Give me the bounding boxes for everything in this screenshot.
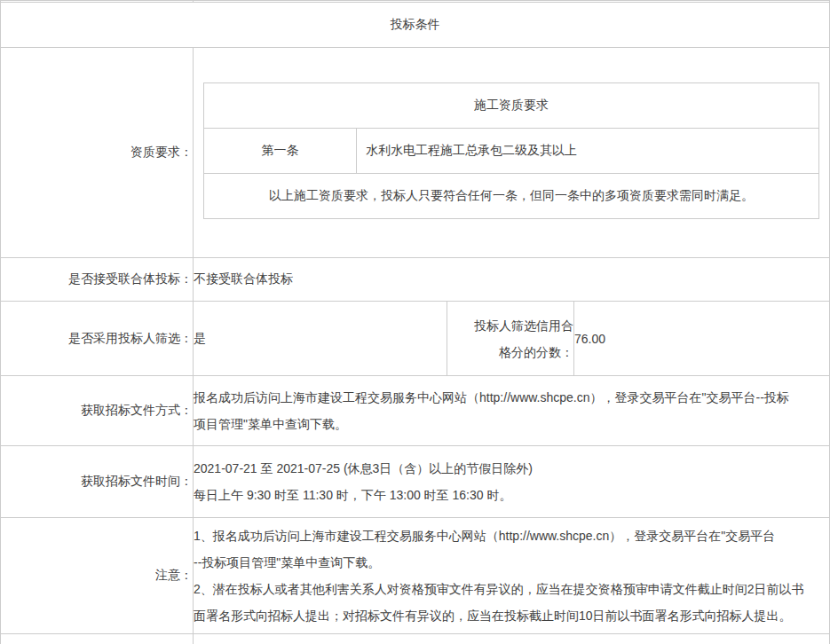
doc-time-line: 2021-07-21 至 2021-07-25 (休息3日（含）以上的节假日除外… [194,455,829,482]
consortium-label: 是否接受联合体投标： [1,258,194,302]
notice-line: --投标项目管理"菜单中查询下载。 [194,549,829,576]
row-doc-method: 获取招标文件方式： 报名成功后访问上海市建设工程交易服务中心网站（http://… [1,376,830,446]
doc-method-label: 获取招标文件方式： [1,376,194,446]
notice-line: 面署名形式向招标人提出；对招标文件有异议的，应当在投标截止时间10日前以书面署名… [194,602,829,629]
notice-line: 1、报名成功后访问上海市建设工程交易服务中心网站（http://www.shcp… [194,522,829,549]
row-notice: 注意： 1、报名成功后访问上海市建设工程交易服务中心网站（http://www.… [1,518,830,634]
nested-footer-note: 以上施工资质要求，投标人只要符合任何一条，但同一条中的多项资质要求需同时满足。 [204,174,819,219]
nested-header-row: 施工资质要求 [204,83,819,129]
row-consortium: 是否接受联合体投标： 不接受联合体投标 [1,258,830,302]
row-screening: 是否采用投标人筛选： 是 投标人筛选信用合 格分的分数： 76.00 [1,302,830,376]
notice-value: 1、报名成功后访问上海市建设工程交易服务中心网站（http://www.shcp… [194,518,830,634]
doc-method-value: 报名成功后访问上海市建设工程交易服务中心网站（http://www.shcpe.… [194,376,830,446]
nested-item-row: 第一条 水利水电工程施工总承包二级及其以上 [204,129,819,174]
doc-method-line: 报名成功后访问上海市建设工程交易服务中心网站（http://www.shcpe.… [194,384,829,411]
bidding-conditions-page: 投标条件 资质要求： 施工资质要求 [0,0,830,644]
screening-score-label-line: 格分的分数： [447,339,573,365]
nested-table-title: 施工资质要求 [204,83,819,129]
notice-label: 注意： [1,518,194,634]
qualification-value-cell: 施工资质要求 第一条 水利水电工程施工总承包二级及其以上 以上施工资质要求，投标… [194,48,830,258]
sliver-label-cell [1,634,194,644]
doc-time-line: 每日上午 9:30 时至 11:30 时，下午 13:00 时至 16:30 时… [194,482,829,508]
construction-qualification-table: 施工资质要求 第一条 水利水电工程施工总承包二级及其以上 以上施工资质要求，投标… [203,82,819,219]
section-title: 投标条件 [1,3,830,48]
screening-score-label-line: 投标人筛选信用合 [447,312,573,339]
screening-value: 是 [194,302,447,376]
doc-time-label: 获取招标文件时间： [1,446,194,518]
next-row-sliver [1,634,830,644]
qualification-label: 资质要求： [1,48,194,258]
screening-score-value: 76.00 [574,302,830,376]
nested-item-text: 水利水电工程施工总承包二级及其以上 [357,129,819,174]
row-qualification: 资质要求： 施工资质要求 第一条 水 [1,48,830,258]
section-header-row: 投标条件 [1,3,830,48]
doc-time-value: 2021-07-21 至 2021-07-25 (休息3日（含）以上的节假日除外… [194,446,830,518]
screening-score-label: 投标人筛选信用合 格分的分数： [447,302,574,376]
consortium-value: 不接受联合体投标 [194,258,830,302]
screening-label: 是否采用投标人筛选： [1,302,194,376]
nested-item-number: 第一条 [204,129,357,174]
sliver-value-cell [194,634,830,644]
notice-line: 2、潜在投标人或者其他利害关系人对资格预审文件有异议的，应当在提交资格预审申请文… [194,576,829,602]
doc-method-line: 项目管理"菜单中查询下载。 [194,411,829,437]
bidding-conditions-table: 投标条件 资质要求： 施工资质要求 [0,0,830,644]
row-doc-time: 获取招标文件时间： 2021-07-21 至 2021-07-25 (休息3日（… [1,446,830,518]
nested-footer-row: 以上施工资质要求，投标人只要符合任何一条，但同一条中的多项资质要求需同时满足。 [204,174,819,219]
